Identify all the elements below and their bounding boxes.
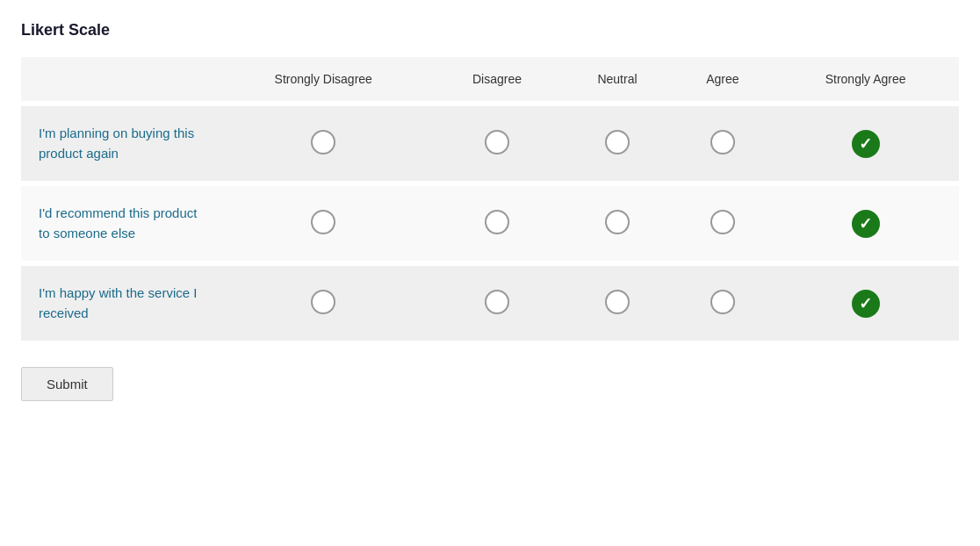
likert-table: Strongly Disagree Disagree Neutral Agree… (21, 57, 959, 341)
header-neutral: Neutral (561, 57, 673, 104)
radio-unchecked-2-disagree[interactable] (485, 290, 509, 314)
radio-unchecked-1-strongly_disagree[interactable] (311, 210, 335, 234)
radio-unchecked-0-disagree[interactable] (485, 130, 509, 154)
table-row: I'm happy with the service I received (21, 263, 959, 341)
radio-unchecked-2-agree[interactable] (710, 290, 735, 314)
radio-cell-1-strongly_agree[interactable] (772, 183, 959, 263)
radio-unchecked-2-neutral[interactable] (605, 290, 630, 314)
radio-unchecked-1-agree[interactable] (710, 210, 735, 234)
radio-cell-1-agree[interactable] (673, 183, 772, 263)
radio-cell-0-strongly_agree[interactable] (772, 104, 959, 183)
radio-cell-1-strongly_disagree[interactable] (214, 183, 432, 263)
radio-cell-0-neutral[interactable] (561, 104, 673, 183)
radio-cell-2-strongly_disagree[interactable] (214, 263, 432, 341)
radio-unchecked-1-disagree[interactable] (485, 210, 509, 234)
header-disagree: Disagree (432, 57, 561, 104)
question-cell-2: I'm happy with the service I received (21, 263, 214, 341)
header-agree: Agree (673, 57, 772, 104)
radio-cell-2-neutral[interactable] (561, 263, 673, 341)
radio-cell-0-strongly_disagree[interactable] (214, 104, 432, 183)
radio-checked-0-strongly_agree[interactable] (852, 130, 880, 158)
radio-cell-1-disagree[interactable] (432, 183, 561, 263)
radio-cell-0-agree[interactable] (673, 104, 772, 183)
radio-cell-2-disagree[interactable] (432, 263, 561, 341)
radio-unchecked-1-neutral[interactable] (605, 210, 630, 234)
radio-checked-2-strongly_agree[interactable] (852, 290, 880, 318)
radio-cell-2-strongly_agree[interactable] (772, 263, 959, 341)
submit-button[interactable]: Submit (21, 367, 113, 401)
table-header-row: Strongly Disagree Disagree Neutral Agree… (21, 57, 959, 104)
header-strongly-disagree: Strongly Disagree (214, 57, 432, 104)
radio-unchecked-0-agree[interactable] (710, 130, 735, 154)
radio-unchecked-0-strongly_disagree[interactable] (311, 130, 335, 154)
table-row: I'm planning on buying this product agai… (21, 104, 959, 183)
header-strongly-agree: Strongly Agree (772, 57, 959, 104)
radio-unchecked-0-neutral[interactable] (605, 130, 630, 154)
page-title: Likert Scale (21, 21, 959, 40)
header-question (21, 57, 214, 104)
radio-cell-0-disagree[interactable] (432, 104, 561, 183)
question-cell-0: I'm planning on buying this product agai… (21, 104, 214, 183)
radio-checked-1-strongly_agree[interactable] (852, 210, 880, 238)
radio-cell-1-neutral[interactable] (561, 183, 673, 263)
question-cell-1: I'd recommend this product to someone el… (21, 183, 214, 263)
table-row: I'd recommend this product to someone el… (21, 183, 959, 263)
radio-unchecked-2-strongly_disagree[interactable] (311, 290, 335, 314)
radio-cell-2-agree[interactable] (673, 263, 772, 341)
